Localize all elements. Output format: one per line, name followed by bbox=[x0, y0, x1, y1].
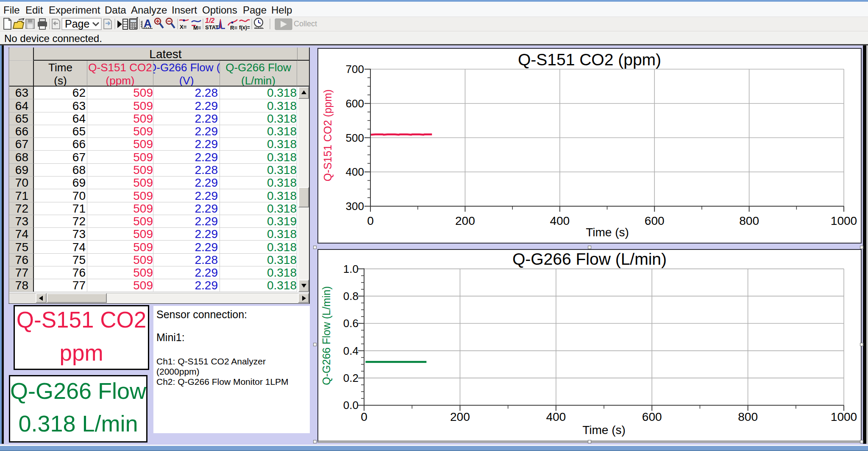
svg-text:300: 300 bbox=[346, 200, 364, 213]
svg-text:400: 400 bbox=[546, 410, 566, 423]
svg-text:800: 800 bbox=[738, 410, 758, 423]
svg-text:1000: 1000 bbox=[831, 214, 857, 227]
svg-text:Q-G266 Flow (L/min): Q-G266 Flow (L/min) bbox=[320, 286, 332, 385]
svg-text:400: 400 bbox=[550, 214, 570, 227]
svg-text:0: 0 bbox=[367, 214, 374, 227]
svg-text:Page: Page bbox=[65, 18, 89, 30]
svg-text:Q-S151 CO2 (ppm): Q-S151 CO2 (ppm) bbox=[322, 90, 334, 182]
svg-text:600: 600 bbox=[346, 97, 364, 110]
svg-text:700: 700 bbox=[346, 63, 364, 76]
svg-text:800: 800 bbox=[739, 214, 759, 227]
svg-text:X=: X= bbox=[180, 24, 187, 30]
svg-text:0.0: 0.0 bbox=[343, 399, 359, 412]
svg-text:600: 600 bbox=[645, 214, 665, 227]
svg-text:0.6: 0.6 bbox=[343, 317, 359, 330]
svg-text:400: 400 bbox=[346, 165, 364, 178]
svg-text:500: 500 bbox=[346, 132, 364, 144]
svg-text:Q-G266 Flow (L/min): Q-G266 Flow (L/min) bbox=[512, 250, 667, 268]
svg-text:200: 200 bbox=[450, 410, 470, 423]
svg-text:0.2: 0.2 bbox=[343, 372, 359, 384]
svg-text:STAT: STAT bbox=[205, 24, 219, 31]
svg-text:600: 600 bbox=[642, 410, 662, 423]
svg-text:1/2: 1/2 bbox=[205, 17, 214, 24]
svg-text:0: 0 bbox=[361, 410, 367, 423]
svg-text:Time (s): Time (s) bbox=[582, 423, 626, 437]
svg-text:200: 200 bbox=[455, 214, 475, 227]
svg-text:0.4: 0.4 bbox=[343, 345, 359, 357]
svg-text:1000: 1000 bbox=[831, 410, 857, 423]
svg-text:Time (s): Time (s) bbox=[586, 226, 629, 239]
svg-text:1.0: 1.0 bbox=[343, 263, 359, 275]
svg-text:M=: M= bbox=[193, 25, 201, 31]
svg-text:f(x)=: f(x)= bbox=[239, 25, 250, 31]
svg-text:Q-S151 CO2 (ppm): Q-S151 CO2 (ppm) bbox=[518, 50, 661, 69]
svg-text:Collect: Collect bbox=[294, 20, 317, 28]
svg-text:0.8: 0.8 bbox=[343, 290, 359, 303]
svg-text:R=: R= bbox=[230, 25, 237, 31]
